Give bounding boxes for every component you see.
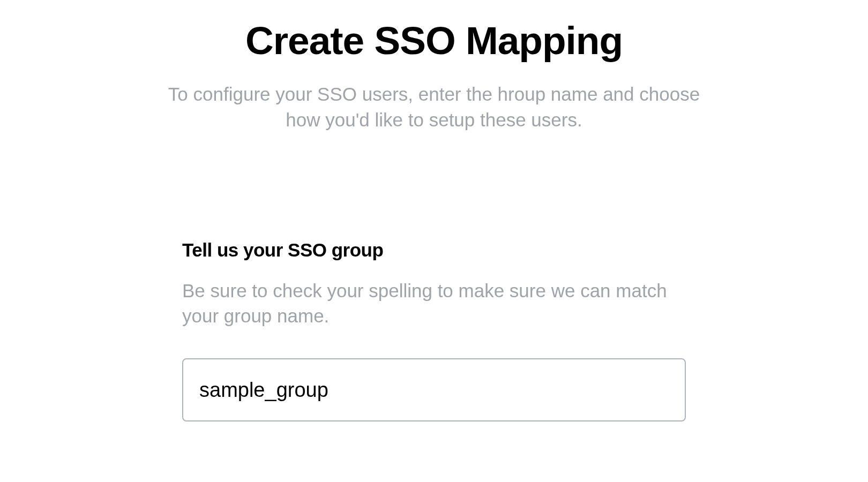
page-container: Create SSO Mapping To configure your SSO… xyxy=(0,0,868,421)
page-subtitle: To configure your SSO users, enter the h… xyxy=(166,81,702,132)
input-wrapper xyxy=(182,358,686,421)
section-heading: Tell us your SSO group xyxy=(182,239,686,261)
sso-group-section: Tell us your SSO group Be sure to check … xyxy=(182,239,686,422)
page-title: Create SSO Mapping xyxy=(166,19,702,62)
sso-group-input[interactable] xyxy=(182,358,686,421)
section-helper-text: Be sure to check your spelling to make s… xyxy=(182,278,686,329)
page-header: Create SSO Mapping To configure your SSO… xyxy=(166,19,702,132)
